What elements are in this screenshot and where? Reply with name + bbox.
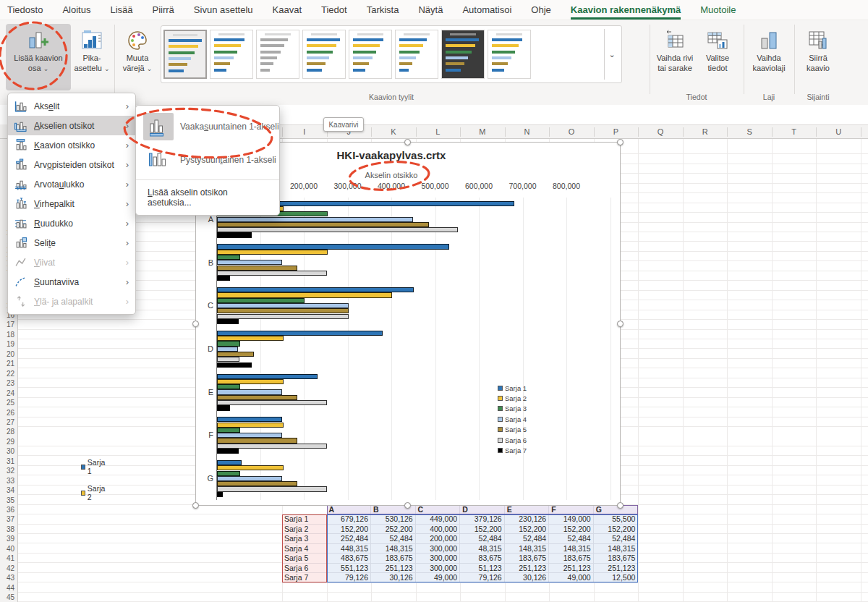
table-cell[interactable]: 12,500: [594, 573, 639, 582]
bar-sarja-2-E[interactable]: [217, 379, 284, 384]
row-header-17[interactable]: 17: [7, 320, 14, 329]
chart-resize-handle[interactable]: [404, 139, 411, 145]
table-cell[interactable]: 183,675: [371, 554, 416, 563]
row-header-21[interactable]: 21: [7, 359, 14, 368]
bar-sarja-1-G[interactable]: [217, 460, 242, 465]
row-header-43[interactable]: 43: [7, 573, 14, 582]
legend-item-sarja-2[interactable]: Sarja 2: [498, 393, 527, 403]
table-cell[interactable]: 679,126: [327, 514, 372, 524]
bar-sarja-7-C[interactable]: [217, 319, 239, 324]
tab-n-yt[interactable]: Näytä: [418, 0, 443, 20]
bar-sarja-4-G[interactable]: [217, 476, 282, 481]
change-chart-type-button[interactable]: Vaihda kaaviolaji: [746, 24, 791, 74]
row-header-25[interactable]: 25: [7, 398, 14, 407]
chart-resize-handle[interactable]: [404, 502, 411, 509]
bar-sarja-1-D[interactable]: [217, 331, 383, 336]
bar-sarja-6-C[interactable]: [217, 314, 349, 319]
row-header-29[interactable]: 29: [7, 437, 14, 446]
tab-automatisoi[interactable]: Automatisoi: [462, 0, 511, 20]
table-cell[interactable]: 300,000: [416, 544, 461, 554]
chart-resize-handle[interactable]: [192, 502, 199, 509]
table-cell[interactable]: 530,126: [371, 514, 416, 524]
chart-style-thumbnail-3[interactable]: [256, 30, 299, 79]
bar-sarja-5-A[interactable]: [217, 222, 429, 227]
row-header-35[interactable]: 35: [7, 496, 14, 505]
table-cell[interactable]: 251,123: [594, 564, 639, 573]
table-header-C[interactable]: C: [416, 505, 461, 514]
legend-item-sarja-3[interactable]: Sarja 3: [498, 404, 527, 414]
bar-sarja-7-G[interactable]: [217, 492, 223, 497]
column-header-M[interactable]: M: [460, 125, 505, 139]
submenu-item-pystysuuntainen-1-akseli[interactable]: Pystysuuntainen 1-akseli: [136, 143, 279, 177]
switch-row-column-button[interactable]: Vaihda rivi tai sarake: [652, 24, 697, 74]
table-row-label-sarja-4[interactable]: Sarja 4: [282, 544, 327, 554]
table-header-G[interactable]: G: [594, 505, 639, 514]
bar-sarja-4-C[interactable]: [217, 303, 349, 308]
select-data-button[interactable]: Valitse tiedot: [697, 24, 738, 74]
bar-sarja-5-B[interactable]: [217, 266, 297, 271]
bar-sarja-5-F[interactable]: [217, 438, 297, 443]
row-header-41[interactable]: 41: [7, 554, 14, 563]
gallery-more-button[interactable]: ⌄: [604, 29, 619, 80]
table-cell[interactable]: 251,123: [549, 564, 594, 573]
bar-sarja-2-B[interactable]: [217, 250, 328, 255]
table-cell[interactable]: 148,315: [549, 544, 594, 554]
bar-sarja-1-F[interactable]: [217, 417, 282, 422]
table-cell[interactable]: 379,126: [460, 514, 505, 524]
row-header-19[interactable]: 19: [7, 339, 14, 349]
table-header-F[interactable]: F: [549, 505, 594, 514]
bar-sarja-1-E[interactable]: [217, 374, 318, 379]
table-cell[interactable]: 183,675: [594, 554, 639, 563]
bar-sarja-3-C[interactable]: [217, 298, 305, 303]
bar-sarja-6-F[interactable]: [217, 444, 327, 449]
row-header-34[interactable]: 34: [7, 486, 14, 495]
tab-kaavion-rakennen-kym[interactable]: Kaavion rakennenäkymä: [571, 0, 681, 20]
bar-sarja-5-E[interactable]: [217, 395, 297, 400]
row-header-40[interactable]: 40: [7, 544, 14, 554]
submenu-item-more-axis-title-options[interactable]: Lisää akselin otsikon asetuksia...: [136, 183, 279, 211]
row-header-45[interactable]: 45: [7, 593, 14, 602]
tab-tiedosto[interactable]: Tiedosto: [7, 0, 43, 20]
table-cell[interactable]: 152,200: [549, 525, 594, 534]
row-header-26[interactable]: 26: [7, 408, 14, 417]
bar-sarja-3-G[interactable]: [217, 471, 240, 476]
table-cell[interactable]: 300,000: [416, 554, 461, 563]
column-header-P[interactable]: P: [594, 125, 639, 139]
row-header-18[interactable]: 18: [7, 330, 14, 339]
bar-sarja-6-G[interactable]: [217, 486, 327, 491]
table-cell[interactable]: 251,123: [505, 564, 550, 573]
bar-sarja-4-E[interactable]: [217, 389, 282, 394]
tab-tarkista[interactable]: Tarkista: [367, 0, 399, 20]
table-row-label-sarja-1[interactable]: Sarja 1: [282, 514, 327, 524]
bar-sarja-3-D[interactable]: [217, 341, 240, 346]
table-cell[interactable]: 200,000: [416, 534, 461, 543]
table-cell[interactable]: 83,675: [460, 554, 505, 563]
tab-tiedot[interactable]: Tiedot: [321, 0, 347, 20]
table-cell[interactable]: 149,000: [549, 514, 594, 524]
table-cell[interactable]: 55,500: [594, 514, 639, 524]
bar-sarja-3-B[interactable]: [217, 255, 240, 260]
tab-piirr[interactable]: Piirrä: [153, 0, 174, 20]
table-header-D[interactable]: D: [460, 505, 505, 514]
tab-muotoile[interactable]: Muotoile: [700, 0, 736, 20]
bar-sarja-7-F[interactable]: [217, 449, 239, 454]
table-cell[interactable]: 551,123: [327, 564, 372, 573]
row-header-38[interactable]: 38: [7, 525, 14, 534]
table-cell[interactable]: 52,484: [460, 534, 505, 543]
table-cell[interactable]: 252,484: [327, 534, 372, 543]
table-cell[interactable]: 79,126: [327, 573, 372, 582]
table-cell[interactable]: 48,315: [460, 544, 505, 554]
bar-sarja-3-F[interactable]: [217, 428, 240, 433]
table-cell[interactable]: 30,126: [371, 573, 416, 582]
chart-resize-handle[interactable]: [617, 139, 624, 145]
menu-item-ruudukko[interactable]: Ruudukko›: [8, 213, 135, 233]
chart-resize-handle[interactable]: [617, 502, 624, 509]
row-header-33[interactable]: 33: [7, 476, 14, 486]
chart-resize-handle[interactable]: [192, 321, 199, 327]
bar-sarja-7-A[interactable]: [217, 232, 252, 237]
chart-style-thumbnail-2[interactable]: [210, 30, 253, 79]
tab-lis[interactable]: Lisää: [110, 0, 132, 20]
bar-sarja-2-C[interactable]: [217, 292, 392, 297]
table-cell[interactable]: 52,484: [594, 534, 639, 543]
table-cell[interactable]: 152,200: [594, 525, 639, 534]
